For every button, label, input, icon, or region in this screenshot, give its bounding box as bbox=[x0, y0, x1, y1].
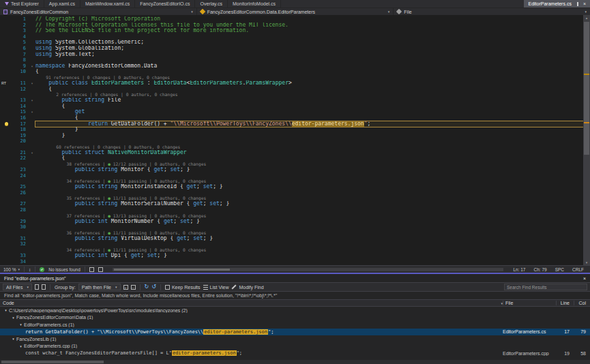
tab-app-xaml-cs[interactable]: App.xaml.cs bbox=[44, 0, 80, 7]
tab-fancyzoneseditorio-cs[interactable]: FancyZonesEditorIO.cs bbox=[135, 0, 195, 7]
chevron-expanded-icon[interactable]: ▾ bbox=[10, 316, 16, 320]
results-kind-dropdown[interactable]: Code bbox=[3, 301, 14, 305]
type-dropdown[interactable]: FancyZonesEditorCommon.Data.EditorParame… bbox=[197, 8, 394, 15]
codelens-line[interactable]: 35 references | ● 11/11 passing | 0 auth… bbox=[0, 196, 583, 201]
close-icon[interactable]: × bbox=[583, 276, 586, 281]
scope-dropdown[interactable]: All Files ▾ bbox=[3, 284, 32, 290]
chevron-expanded-icon[interactable]: ▾ bbox=[18, 344, 24, 348]
spaces-indicator[interactable]: SPC bbox=[555, 267, 564, 272]
code-line: RT11▾ public class EditorParameters : Ed… bbox=[0, 80, 583, 87]
column-header-col[interactable]: Col bbox=[574, 301, 590, 305]
refresh-icon[interactable]: ↻ bbox=[145, 284, 149, 290]
column-header-line[interactable]: Line bbox=[556, 301, 574, 305]
codelens-line[interactable]: 37 references | ● 13/13 passing | 0 auth… bbox=[0, 213, 583, 219]
find-group-row[interactable]: ▾EditorParameters.cpp (1) bbox=[0, 343, 590, 350]
codelens-text: 13/13 passing | 0 authors, 0 changes bbox=[110, 213, 206, 218]
tab-editorparameters-cs[interactable]: EditorParameters.cs × bbox=[524, 0, 590, 7]
tab-monitorinfomodel-cs[interactable]: MonitorInfoModel.cs bbox=[228, 0, 281, 7]
group-by-value: Path then File bbox=[82, 285, 111, 290]
scroll-down-icon[interactable]: ▾ bbox=[583, 260, 590, 265]
open-file-icon[interactable] bbox=[35, 284, 39, 290]
split-view-icon[interactable]: ↕ bbox=[29, 267, 31, 272]
chevron-expanded-icon[interactable]: ▾ bbox=[10, 337, 16, 341]
chevron-expanded-icon[interactable]: ▾ bbox=[18, 322, 24, 327]
member-dropdown[interactable]: File ▾ bbox=[394, 8, 590, 15]
lightbulb-icon[interactable] bbox=[5, 122, 8, 125]
property-icon bbox=[396, 9, 402, 14]
codelens-line[interactable]: 38 references | ● 12/12 passing | 0 auth… bbox=[0, 162, 583, 167]
result-file-name: EditorParameters.cs (1) bbox=[24, 322, 74, 327]
column-header-file[interactable]: File bbox=[503, 301, 556, 305]
collapse-all-icon[interactable]: – bbox=[131, 285, 136, 290]
find-group-row[interactable]: ▾EditorParameters.cs (1) bbox=[0, 321, 590, 329]
code-segment: Dpi { bbox=[108, 253, 131, 258]
code-segment: ; bbox=[141, 253, 147, 258]
scrollbar-thumb[interactable] bbox=[1, 361, 104, 363]
tab-overlay-cs[interactable]: Overlay.cs bbox=[195, 0, 228, 7]
code-line: 8 bbox=[0, 57, 583, 63]
editor-vertical-scrollbar[interactable]: ▴ ▾ bbox=[583, 15, 590, 265]
code-segment: int bbox=[98, 219, 108, 224]
gutter-cell[interactable] bbox=[0, 122, 16, 125]
line-ending-indicator[interactable]: CRLF bbox=[572, 267, 584, 272]
code-editor[interactable]: 1// Copyright (c) Microsoft Corporation2… bbox=[0, 15, 590, 265]
codelens-line[interactable]: 36 references | ● 11/11 passing | 0 auth… bbox=[0, 230, 583, 236]
current-match-line: return GetDataFolder() + "\\Microsoft\\P… bbox=[35, 121, 583, 127]
scrollbar-thumb[interactable] bbox=[114, 269, 230, 271]
repeat-find-icon[interactable]: ↺ bbox=[151, 284, 156, 290]
code-line: 16 { bbox=[0, 115, 583, 121]
code-segment: public bbox=[48, 80, 68, 86]
tab-mainwindow-xaml-cs[interactable]: MainWindow.xaml.cs bbox=[80, 0, 135, 7]
expand-all-icon[interactable]: + bbox=[123, 285, 128, 290]
code-segment: public bbox=[62, 150, 82, 155]
chevron-expanded-icon[interactable]: ▾ bbox=[3, 308, 9, 312]
editor-mode-icon[interactable] bbox=[89, 267, 94, 272]
list-view-button[interactable]: List View bbox=[203, 284, 229, 290]
code-segment: } bbox=[35, 133, 65, 138]
find-result-row[interactable]: return GetDataFolder() + "\\Microsoft\\P… bbox=[0, 329, 590, 336]
group-by-dropdown[interactable]: Path then File ▾ bbox=[78, 284, 121, 290]
keep-results-button[interactable]: Keep Results bbox=[165, 285, 201, 290]
code-segment: get bbox=[193, 201, 203, 207]
find-group-row[interactable]: ▾C:\Users\zhaopengwang\Desktop\powertoys… bbox=[0, 307, 590, 314]
line-indicator: Ln: 17 bbox=[513, 267, 525, 272]
code-line: 30 bbox=[0, 224, 583, 230]
project-dropdown[interactable]: FancyZonesEditorCommon ▾ bbox=[0, 8, 197, 15]
editor-horizontal-scrollbar[interactable] bbox=[113, 268, 504, 271]
find-panel-title: Find "editor-parameters.json" bbox=[4, 276, 66, 281]
result-line-column: 19 bbox=[556, 351, 574, 356]
find-group-row[interactable]: ▾FancyZonesEditorCommon\Data (1) bbox=[0, 314, 590, 322]
codelens-line[interactable]: 2 references | 0 changes | 0 authors, 0 … bbox=[0, 92, 583, 97]
list-view-label: List View bbox=[210, 285, 229, 290]
zoom-dropdown[interactable]: 100 % ▾ bbox=[3, 267, 20, 272]
close-icon[interactable]: × bbox=[583, 1, 586, 6]
find-group-row[interactable]: ▾FancyZonesLib (1) bbox=[0, 335, 590, 343]
pin-icon[interactable] bbox=[577, 2, 578, 6]
whitespace-icon[interactable] bbox=[98, 267, 103, 272]
code-segment: string bbox=[98, 201, 118, 207]
find-result-row[interactable]: const wchar_t FancyZonesEditorParameters… bbox=[0, 350, 590, 357]
search-find-results-input[interactable] bbox=[504, 284, 587, 290]
gutter-cell[interactable]: RT bbox=[0, 80, 16, 87]
chevron-down-icon: ▾ bbox=[18, 267, 20, 271]
codelens-text: 34 references | bbox=[35, 247, 108, 252]
code-line: 18 } bbox=[0, 127, 583, 133]
codelens-line[interactable]: 91 references | 0 changes | 0 authors, 0… bbox=[0, 75, 583, 80]
scroll-up-icon[interactable]: ▴ bbox=[583, 15, 590, 20]
document-health-indicator[interactable]: ✔ No issues found bbox=[40, 267, 80, 272]
open-files-icon[interactable] bbox=[42, 284, 46, 290]
separator bbox=[85, 267, 85, 272]
line-number: 7 bbox=[16, 52, 29, 58]
codelens-line[interactable]: 60 references | 0 changes | 0 authors, 0… bbox=[0, 145, 583, 150]
find-horizontal-scrollbar[interactable] bbox=[0, 360, 590, 364]
separator bbox=[140, 284, 141, 290]
line-number: 32 bbox=[16, 241, 29, 247]
codelens-line[interactable]: 34 references | ● 11/11 passing | 0 auth… bbox=[0, 247, 583, 253]
codelens-line[interactable]: 34 references | ● 11/11 passing | 0 auth… bbox=[0, 179, 583, 184]
scrollbar-thumb[interactable] bbox=[584, 22, 589, 155]
code-segment: string bbox=[85, 97, 104, 103]
chevron-down-icon: ▾ bbox=[115, 285, 117, 289]
modify-find-button[interactable]: Modify Find bbox=[231, 285, 263, 290]
tab-test-explorer[interactable]: Test Explorer bbox=[0, 0, 44, 7]
code-text: } bbox=[35, 133, 583, 139]
